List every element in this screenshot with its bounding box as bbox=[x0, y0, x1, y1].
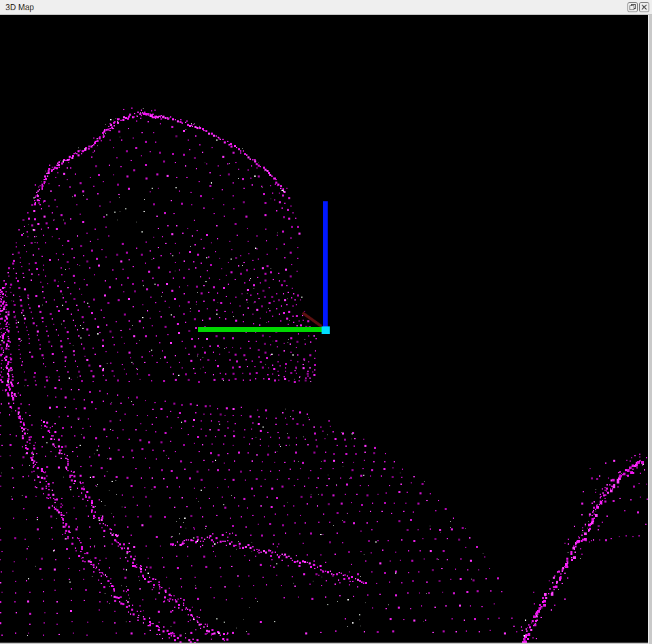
3d-map-window: 3D Map bbox=[0, 0, 652, 644]
close-icon bbox=[641, 4, 647, 10]
window-titlebar[interactable]: 3D Map bbox=[0, 0, 652, 15]
window-title: 3D Map bbox=[0, 3, 34, 12]
window-controls bbox=[628, 2, 649, 12]
close-button[interactable] bbox=[639, 2, 649, 12]
float-button[interactable] bbox=[628, 2, 638, 12]
float-icon bbox=[630, 4, 636, 10]
window-frame-right bbox=[648, 15, 652, 644]
map-canvas[interactable] bbox=[0, 15, 648, 643]
